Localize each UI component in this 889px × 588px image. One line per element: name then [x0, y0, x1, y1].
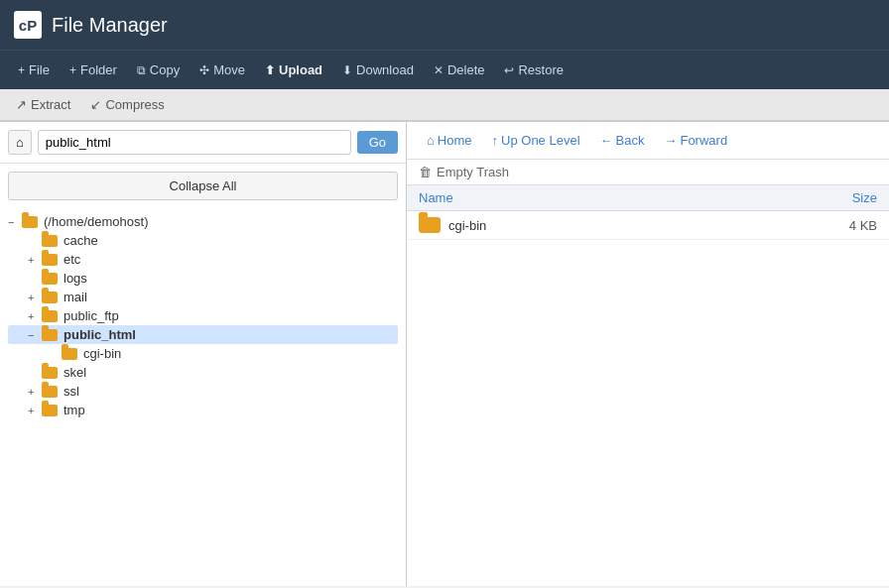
file-list-header: Name Size: [407, 185, 889, 211]
back-button[interactable]: ← Back: [592, 130, 653, 151]
cpanel-logo: cP: [14, 11, 42, 39]
folder-icon: ■: [42, 273, 58, 285]
trash-icon: 🗑: [419, 165, 432, 179]
home-nav-icon: ⌂: [427, 133, 435, 148]
up-one-level-button[interactable]: ↑ Up One Level: [484, 130, 588, 151]
file-list: ▬ cgi-bin 4 KB: [407, 211, 889, 586]
extract-button[interactable]: ↗ Extract: [10, 94, 76, 115]
name-column-header[interactable]: Name: [419, 190, 798, 205]
home-nav-button[interactable]: ⌂ Home: [419, 130, 480, 151]
folder-icon: ■: [42, 310, 58, 322]
tree-item-logs[interactable]: ■ logs: [8, 269, 398, 288]
tree-item-tmp[interactable]: + ■ tmp: [8, 401, 398, 419]
expand-icon: +: [28, 292, 38, 303]
tree-item-public-ftp[interactable]: + ■ public_ftp: [8, 306, 398, 325]
tree-label: etc: [64, 252, 80, 267]
tree-item-cache[interactable]: ■ cache: [8, 231, 398, 250]
download-icon: ⬇: [342, 63, 352, 77]
tree-label: skel: [64, 365, 86, 380]
move-button[interactable]: ✣ Move: [191, 59, 253, 81]
secondary-toolbar: ↗ Extract ↙ Compress: [0, 89, 889, 121]
forward-icon: →: [664, 133, 677, 148]
move-icon: ✣: [199, 63, 209, 77]
restore-icon: ↩: [504, 63, 514, 77]
expand-icon: +: [28, 310, 38, 322]
folder-file-icon: ▬: [419, 217, 441, 233]
copy-icon: ⧉: [137, 63, 146, 77]
right-nav: ⌂ Home ↑ Up One Level ← Back → Forward: [407, 122, 889, 160]
folder-icon: ■: [42, 235, 58, 247]
delete-button[interactable]: ✕ Delete: [426, 59, 493, 81]
plus-icon: +: [18, 63, 25, 77]
path-bar: ⌂ Go: [0, 122, 406, 164]
file-size: 4 KB: [798, 218, 877, 233]
file-row[interactable]: ▬ cgi-bin 4 KB: [407, 211, 889, 240]
extract-icon: ↗: [16, 97, 27, 112]
expand-icon: +: [28, 386, 38, 398]
tree-label: mail: [64, 290, 87, 304]
tree-item-etc[interactable]: + ■ etc: [8, 250, 398, 269]
folder-icon: ■: [42, 386, 58, 398]
upload-icon: ⬆: [265, 63, 275, 77]
back-icon: ←: [600, 133, 613, 148]
home-icon: ⌂: [16, 135, 24, 150]
folder-icon: ■: [42, 405, 58, 416]
upload-button[interactable]: ⬆ Upload: [257, 59, 330, 81]
download-button[interactable]: ⬇ Download: [334, 59, 422, 81]
empty-trash-row: 🗑 Empty Trash: [407, 160, 889, 185]
tree-label: (/home/demohost): [44, 214, 149, 229]
tree-item-root[interactable]: − ■ (/home/demohost): [8, 212, 398, 231]
forward-button[interactable]: → Forward: [656, 130, 735, 151]
tree-item-skel[interactable]: ■ skel: [8, 363, 398, 382]
tree-label: logs: [64, 271, 87, 286]
expand-icon: −: [28, 329, 38, 341]
copy-button[interactable]: ⧉ Copy: [129, 59, 188, 81]
tree-label: cgi-bin: [83, 346, 121, 361]
path-input[interactable]: [38, 130, 351, 155]
tree-label: tmp: [64, 403, 85, 417]
empty-trash-button[interactable]: 🗑 Empty Trash: [419, 165, 509, 179]
folder-icon: ■: [42, 329, 58, 341]
tree-item-ssl[interactable]: + ■ ssl: [8, 382, 398, 401]
up-icon: ↑: [492, 133, 499, 148]
file-tree: − ■ (/home/demohost) ■ cache + ■ etc ■ l…: [0, 208, 406, 586]
folder-icon: ■: [42, 292, 58, 303]
plus-icon: +: [69, 63, 76, 77]
main-toolbar: + File + Folder ⧉ Copy ✣ Move ⬆ Upload ⬇…: [0, 50, 889, 89]
home-icon-button[interactable]: ⌂: [8, 130, 32, 155]
tree-item-public-html[interactable]: − ■ public_html: [8, 325, 398, 344]
expand-icon: +: [28, 254, 38, 266]
right-panel: ⌂ Home ↑ Up One Level ← Back → Forward 🗑…: [407, 122, 889, 586]
home-folder-icon: ■: [22, 216, 38, 228]
app-header: cP File Manager: [0, 0, 889, 50]
expand-icon: [28, 235, 38, 247]
compress-button[interactable]: ↙ Compress: [84, 94, 170, 115]
tree-item-cgi-bin[interactable]: ■ cgi-bin: [8, 344, 398, 363]
tree-label: ssl: [64, 384, 79, 399]
collapse-all-button[interactable]: Collapse All: [8, 172, 398, 200]
folder-icon: ■: [62, 348, 77, 360]
expand-icon: [28, 273, 38, 285]
go-button[interactable]: Go: [357, 131, 398, 154]
main-content: ⌂ Go Collapse All − ■ (/home/demohost) ■…: [0, 121, 889, 586]
app-title: File Manager: [52, 14, 168, 37]
expand-icon: [28, 367, 38, 379]
tree-item-mail[interactable]: + ■ mail: [8, 288, 398, 306]
compress-icon: ↙: [90, 97, 101, 112]
folder-icon: ■: [42, 367, 58, 379]
expand-icon: +: [28, 405, 38, 416]
expand-icon: −: [8, 216, 18, 228]
size-column-header[interactable]: Size: [798, 190, 877, 205]
new-folder-button[interactable]: + Folder: [62, 59, 125, 81]
tree-label: public_ftp: [64, 308, 119, 323]
tree-label: public_html: [64, 327, 136, 342]
restore-button[interactable]: ↩ Restore: [496, 59, 572, 81]
expand-icon: [48, 348, 58, 360]
file-name: cgi-bin: [448, 218, 790, 233]
delete-icon: ✕: [434, 63, 444, 77]
left-panel: ⌂ Go Collapse All − ■ (/home/demohost) ■…: [0, 122, 407, 586]
new-file-button[interactable]: + File: [10, 59, 58, 81]
folder-icon: ■: [42, 254, 58, 266]
tree-label: cache: [64, 233, 98, 248]
